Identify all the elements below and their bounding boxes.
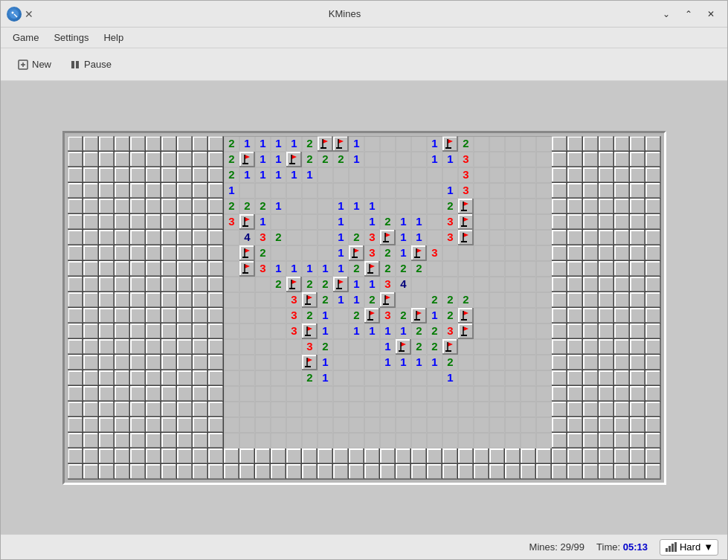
toolbar: New Pause bbox=[1, 48, 727, 81]
game-board-container bbox=[62, 131, 666, 485]
svg-rect-9 bbox=[669, 546, 671, 552]
game-board[interactable] bbox=[68, 136, 661, 480]
app-window: ✕ KMines ⌄ ⌃ ✕ Game Settings Help New bbox=[0, 0, 728, 560]
maximize-button[interactable]: ⌃ bbox=[678, 4, 699, 24]
title-bar: ✕ KMines ⌄ ⌃ ✕ bbox=[1, 1, 727, 28]
menu-bar: Game Settings Help bbox=[1, 28, 727, 48]
close-button[interactable]: ✕ bbox=[700, 4, 721, 24]
game-area bbox=[1, 81, 727, 534]
difficulty-selector[interactable]: Hard ▼ bbox=[660, 539, 718, 556]
new-button[interactable]: New bbox=[10, 56, 59, 74]
pause-icon bbox=[69, 59, 81, 71]
status-bar: Mines: 29/99 Time: 05:13 Hard ▼ bbox=[1, 534, 727, 559]
title-bar-controls: ⌄ ⌃ ✕ bbox=[656, 4, 721, 24]
svg-rect-7 bbox=[76, 61, 79, 68]
menu-game[interactable]: Game bbox=[7, 30, 45, 45]
difficulty-label: Hard bbox=[680, 541, 700, 553]
time-value: 05:13 bbox=[623, 541, 648, 553]
difficulty-icon bbox=[665, 541, 677, 553]
svg-rect-6 bbox=[71, 61, 74, 68]
difficulty-chevron: ▼ bbox=[703, 541, 713, 553]
pin-icon[interactable]: ✕ bbox=[25, 8, 33, 20]
title-bar-left: ✕ bbox=[7, 7, 33, 22]
svg-rect-11 bbox=[674, 542, 677, 552]
minimize-button[interactable]: ⌄ bbox=[656, 4, 677, 24]
pause-button[interactable]: Pause bbox=[62, 56, 119, 74]
time-display: Time: 05:13 bbox=[596, 541, 648, 553]
svg-rect-8 bbox=[666, 548, 668, 552]
pause-label: Pause bbox=[84, 59, 112, 70]
mines-count: Mines: 29/99 bbox=[529, 541, 584, 553]
app-icon bbox=[7, 7, 22, 22]
svg-point-1 bbox=[12, 11, 14, 13]
new-label: New bbox=[32, 59, 51, 70]
svg-rect-10 bbox=[671, 544, 674, 552]
new-icon bbox=[17, 59, 29, 71]
window-title: KMines bbox=[33, 8, 656, 19]
menu-help[interactable]: Help bbox=[97, 30, 129, 45]
menu-settings[interactable]: Settings bbox=[48, 30, 94, 45]
